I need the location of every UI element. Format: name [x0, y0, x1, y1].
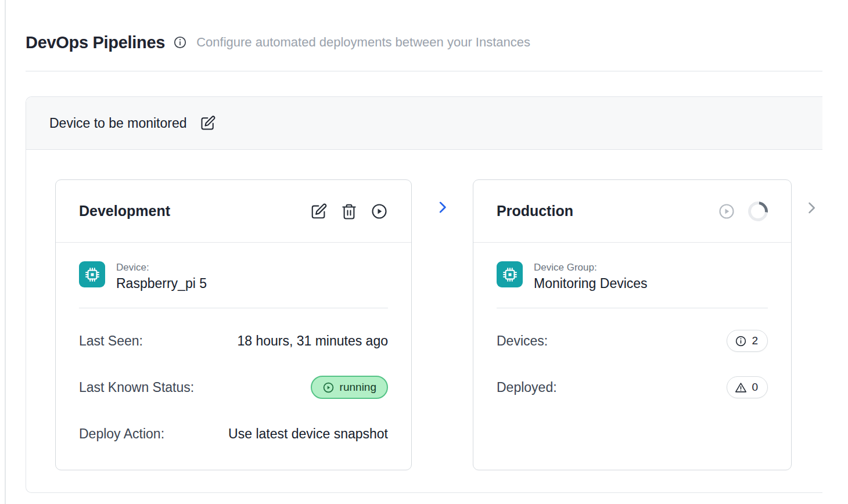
device-meta: Device: Raspberry_pi 5 [116, 261, 207, 291]
main-content: DevOps Pipelines Configure automated dep… [0, 0, 822, 493]
development-stage-card: Development [55, 179, 412, 470]
edit-icon[interactable] [310, 203, 328, 220]
device-group-label: Device Group: [534, 262, 648, 273]
loading-spinner-icon [744, 197, 772, 225]
devices-row: Devices: 2 [497, 327, 768, 355]
device-info-row: Device: Raspberry_pi 5 [79, 261, 388, 291]
last-seen-value: 18 hours, 31 minutes ago [237, 333, 388, 349]
device-group-meta: Device Group: Monitoring Devices [534, 261, 648, 291]
devices-label: Devices: [497, 333, 548, 349]
pipeline-panel-header: Device to be monitored [26, 97, 822, 150]
deployed-label: Deployed: [497, 380, 557, 395]
stage-title-production: Production [497, 203, 573, 219]
trash-icon[interactable] [340, 203, 358, 220]
deploy-action-label: Deploy Action: [79, 426, 164, 442]
chevron-right-icon[interactable] [803, 200, 820, 216]
pipeline-panel-body: Development [26, 150, 822, 470]
header-divider [26, 71, 822, 71]
cpu-chip-icon [497, 261, 523, 287]
play-circle-icon[interactable] [371, 203, 388, 220]
deployed-count: 0 [752, 381, 758, 394]
status-text: running [340, 381, 376, 394]
warning-triangle-icon [735, 381, 747, 394]
deploy-action-row: Deploy Action: Use latest device snapsho… [79, 420, 388, 448]
deploy-action-value: Use latest device snapshot [228, 426, 388, 442]
development-card-header: Development [56, 180, 411, 243]
pipeline-arrow [412, 200, 473, 215]
page-subtitle: Configure automated deployments between … [196, 35, 530, 50]
deployed-count-badge[interactable]: 0 [727, 376, 768, 398]
panel-title: Device to be monitored [49, 116, 187, 131]
pipeline-panel: Device to be monitored Development [26, 96, 822, 493]
devices-count-badge[interactable]: 2 [727, 330, 768, 352]
play-circle-icon[interactable] [718, 203, 735, 220]
production-card-body: Device Group: Monitoring Devices Devices… [473, 243, 791, 401]
devices-count: 2 [752, 334, 758, 347]
chevron-right-icon [435, 200, 450, 215]
last-seen-row: Last Seen: 18 hours, 31 minutes ago [79, 327, 388, 355]
page-left-border [5, 0, 6, 504]
card-divider [79, 308, 388, 308]
production-card-header: Production [473, 180, 791, 243]
deployed-row: Deployed: 0 [497, 373, 768, 401]
stage-title-development: Development [79, 203, 170, 219]
production-stage-card: Production [473, 179, 792, 470]
info-icon[interactable] [173, 35, 187, 49]
cpu-chip-icon [79, 261, 105, 287]
development-card-body: Device: Raspberry_pi 5 Last Seen: 18 hou… [56, 243, 411, 448]
device-group-info-row: Device Group: Monitoring Devices [497, 261, 768, 291]
device-group-name: Monitoring Devices [534, 276, 648, 291]
last-seen-label: Last Seen: [79, 333, 143, 349]
last-known-status-label: Last Known Status: [79, 380, 194, 395]
development-card-actions [310, 203, 388, 220]
device-name: Raspberry_pi 5 [116, 276, 207, 291]
device-label: Device: [116, 262, 207, 273]
page-title: DevOps Pipelines [26, 31, 165, 53]
info-icon [735, 335, 747, 347]
card-divider [497, 308, 768, 308]
production-card-actions [718, 201, 768, 221]
play-circle-icon [322, 381, 335, 394]
page-header: DevOps Pipelines Configure automated dep… [26, 31, 822, 53]
status-badge: running [311, 376, 388, 399]
edit-icon[interactable] [200, 115, 216, 131]
last-known-status-row: Last Known Status: running [79, 373, 388, 401]
